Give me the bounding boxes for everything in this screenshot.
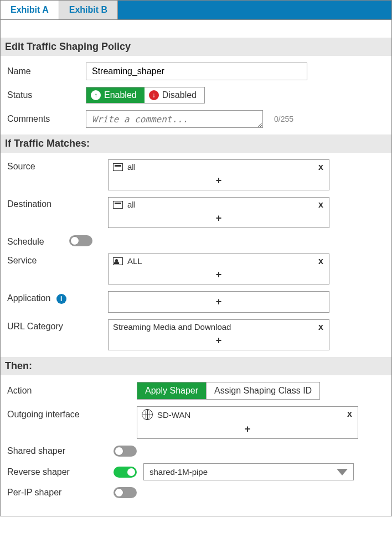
section-header-match: If Traffic Matches: [1, 134, 391, 153]
address-icon [113, 163, 123, 171]
label-action: Action [7, 386, 107, 396]
tab-exhibit-b[interactable]: Exhibit B [59, 1, 118, 19]
label-source: Source [7, 159, 101, 172]
remove-icon[interactable]: x [318, 256, 323, 266]
comments-counter: 0/255 [274, 115, 293, 123]
destination-value: all [127, 200, 136, 209]
application-box[interactable]: + [108, 291, 329, 313]
label-destination: Destination [7, 197, 101, 209]
reverse-shaper-toggle[interactable] [114, 467, 137, 478]
action-group: Apply Shaper Assign Shaping Class ID [137, 382, 320, 400]
label-status: Status [7, 90, 79, 100]
service-value: ALL [127, 256, 142, 266]
add-application-button[interactable]: + [109, 292, 329, 312]
service-icon [113, 257, 123, 265]
reverse-shaper-select[interactable]: shared-1M-pipe [143, 463, 354, 480]
remove-icon[interactable]: x [347, 409, 352, 419]
source-box[interactable]: all x + [108, 159, 329, 190]
arrow-up-icon: ↑ [91, 90, 101, 100]
status-disabled-button[interactable]: ↓ Disabled [145, 87, 204, 103]
remove-icon[interactable]: x [318, 322, 323, 332]
add-url-category-button[interactable]: + [109, 334, 329, 350]
arrow-down-icon: ↓ [149, 90, 159, 100]
label-outgoing: Outgoing interface [7, 406, 107, 420]
label-comments: Comments [7, 114, 79, 124]
label-url-category: URL Category [7, 319, 101, 332]
outgoing-value: SD-WAN [157, 410, 190, 420]
panel: Edit Traffic Shaping Policy Name Status … [0, 20, 392, 516]
per-ip-shaper-toggle[interactable] [114, 487, 137, 498]
add-destination-button[interactable]: + [109, 211, 329, 227]
address-icon [113, 201, 123, 209]
reverse-shaper-value: shared-1M-pipe [149, 467, 208, 477]
source-value: all [127, 162, 136, 172]
remove-icon[interactable]: x [318, 162, 323, 172]
label-per-ip-shaper: Per-IP shaper [7, 488, 107, 498]
add-source-button[interactable]: + [109, 174, 329, 190]
globe-icon [142, 409, 153, 420]
service-box[interactable]: ALL x + [108, 253, 329, 284]
shared-shaper-toggle[interactable] [114, 446, 137, 457]
add-service-button[interactable]: + [109, 268, 329, 284]
label-name: Name [7, 66, 79, 76]
info-icon[interactable]: i [56, 294, 66, 304]
chevron-down-icon [337, 469, 348, 475]
action-assign-class-button[interactable]: Assign Shaping Class ID [206, 382, 319, 399]
tab-exhibit-a[interactable]: Exhibit A [1, 1, 59, 19]
status-enabled-label: Enabled [104, 90, 137, 100]
destination-box[interactable]: all x + [108, 197, 329, 228]
status-disabled-label: Disabled [162, 90, 197, 100]
status-enabled-button[interactable]: ↑ Enabled [86, 87, 145, 103]
section-header-then: Then: [1, 357, 391, 375]
tabs: Exhibit A Exhibit B [0, 0, 392, 20]
remove-icon[interactable]: x [318, 200, 323, 210]
action-apply-shaper-button[interactable]: Apply Shaper [137, 382, 206, 399]
url-category-box[interactable]: Streaming Media and Download x + [108, 319, 329, 350]
status-toggle-group: ↑ Enabled ↓ Disabled [86, 87, 205, 104]
comments-input[interactable] [86, 110, 263, 128]
outgoing-interface-box[interactable]: SD-WAN x + [137, 406, 358, 439]
label-schedule: Schedule [7, 235, 63, 247]
add-outgoing-button[interactable]: + [137, 422, 358, 438]
label-application: Application i [7, 291, 101, 304]
label-service: Service [7, 253, 101, 266]
label-reverse-shaper: Reverse shaper [7, 467, 107, 477]
label-shared-shaper: Shared shaper [7, 446, 107, 456]
name-input[interactable] [86, 63, 307, 80]
url-category-value: Streaming Media and Download [113, 322, 231, 332]
schedule-toggle[interactable] [69, 235, 92, 246]
section-header-edit: Edit Traffic Shaping Policy [1, 38, 391, 56]
